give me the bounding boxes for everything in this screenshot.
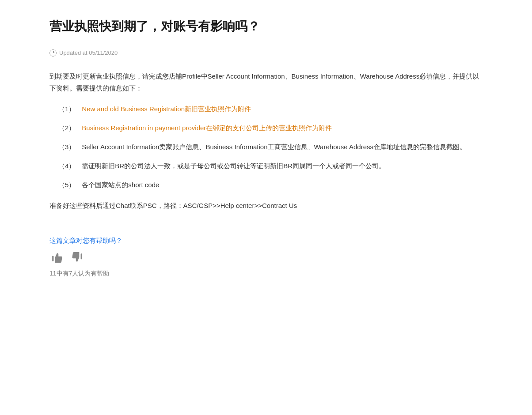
footer-paragraph: 准备好这些资料后通过Chat联系PSC，路径：ASC/GSP>>Help cen… bbox=[49, 200, 483, 211]
list-item: （2） Business Registration in payment pro… bbox=[49, 122, 483, 134]
thumbs-down-button[interactable] bbox=[70, 250, 85, 265]
list-item-text: Business Registration in payment provide… bbox=[82, 124, 332, 132]
thumbs-up-icon bbox=[51, 252, 63, 263]
section-divider bbox=[49, 224, 483, 224]
list-items: （1） New and old Business Registration新旧营… bbox=[49, 103, 483, 191]
list-item: （4） 需证明新旧BR的公司法人一致，或是子母公司或公司转让等证明新旧BR同属同… bbox=[49, 160, 483, 172]
list-item-index: （1） bbox=[58, 105, 82, 113]
feedback-count: 11中有7人认为有帮助 bbox=[49, 268, 483, 279]
list-item-text: Seller Account Information卖家账户信息、Busines… bbox=[82, 143, 466, 151]
meta-row: Updated at 05/11/2020 bbox=[49, 48, 483, 58]
list-item-text: 需证明新旧BR的公司法人一致，或是子母公司或公司转让等证明新旧BR同属同一个人或… bbox=[82, 162, 385, 170]
list-item: （1） New and old Business Registration新旧营… bbox=[49, 103, 483, 115]
list-item: （5） 各个国家站点的short code bbox=[49, 179, 483, 191]
feedback-buttons bbox=[49, 250, 483, 265]
list-item-index: （3） bbox=[58, 143, 82, 151]
list-item-index: （2） bbox=[58, 124, 82, 132]
list-item-index: （4） bbox=[58, 162, 82, 170]
thumbs-up-button[interactable] bbox=[49, 250, 65, 265]
list-item-index: （5） bbox=[58, 181, 82, 189]
feedback-section: 这篇文章对您有帮助吗？ 11中有7人认为有帮助 bbox=[49, 235, 483, 279]
updated-date: Updated at 05/11/2020 bbox=[59, 48, 118, 58]
thumbs-down-icon bbox=[72, 252, 83, 263]
article-title: 营业执照快到期了，对账号有影响吗？ bbox=[49, 18, 483, 35]
clock-icon bbox=[49, 49, 57, 57]
list-item-text: New and old Business Registration新旧营业执照作… bbox=[82, 105, 251, 113]
page-container: 营业执照快到期了，对账号有影响吗？ Updated at 05/11/2020 … bbox=[23, 0, 509, 306]
feedback-question: 这篇文章对您有帮助吗？ bbox=[49, 235, 483, 246]
list-item-text: 各个国家站点的short code bbox=[82, 181, 159, 189]
article-body: 到期要及时更新营业执照信息，请完成您店铺Profile中Seller Accou… bbox=[49, 70, 483, 211]
list-item: （3） Seller Account Information卖家账户信息、Bus… bbox=[49, 141, 483, 153]
intro-paragraph: 到期要及时更新营业执照信息，请完成您店铺Profile中Seller Accou… bbox=[49, 70, 483, 94]
